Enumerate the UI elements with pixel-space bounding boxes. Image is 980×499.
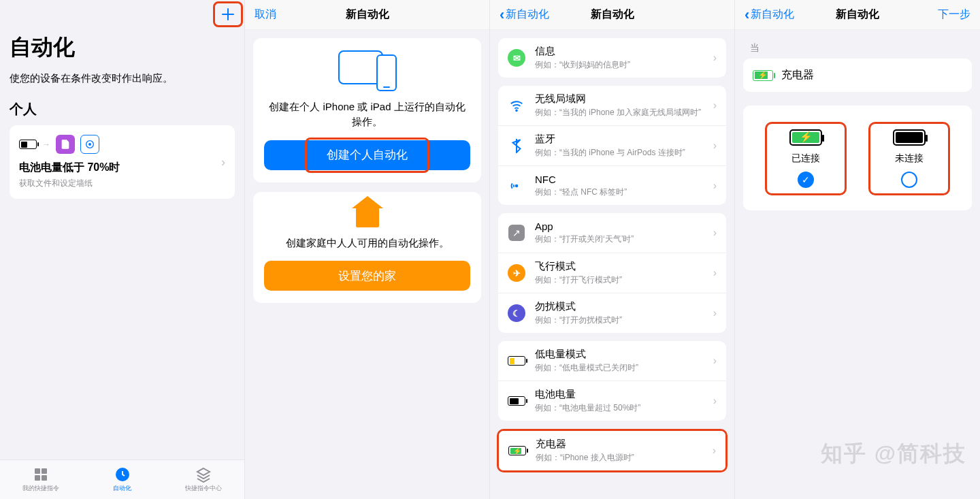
row-sub: 例如：“当我的 iPhone 与 AirPods 连接时” <box>535 147 713 159</box>
grid-icon <box>33 466 49 483</box>
next-button[interactable]: 下一步 <box>938 7 970 22</box>
add-automation-button[interactable] <box>216 4 240 25</box>
battery-icon <box>19 140 37 149</box>
option-connected[interactable]: ⚡ 已连接 ✓ <box>765 122 847 195</box>
tab-automation[interactable]: 自动化 <box>82 460 163 499</box>
home-icon <box>356 207 379 227</box>
chevron-right-icon: › <box>713 52 717 64</box>
back-button[interactable]: ‹新自动化 <box>745 7 794 22</box>
tab-label: 自动化 <box>113 484 131 493</box>
trigger-airplane[interactable]: ✈ 飞行模式例如：“打开飞行模式时” › <box>498 253 726 293</box>
chevron-right-icon: › <box>221 155 225 170</box>
chevron-right-icon: › <box>713 140 717 152</box>
option-disconnected[interactable]: 未连接 <box>868 122 950 195</box>
wallpaper-icon <box>80 135 99 154</box>
svg-point-1 <box>89 144 91 146</box>
svg-rect-2 <box>35 468 40 474</box>
page-title: 自动化 <box>10 33 235 63</box>
battery-level-icon <box>508 396 525 406</box>
screen-new-automation-type: 取消 新自动化 创建在个人 iPhone 或 iPad 上运行的自动化操作。 创… <box>245 0 490 499</box>
chevron-right-icon: › <box>713 227 717 239</box>
trigger-app[interactable]: ↗ App例如：“打开或关闭‘天气’时” › <box>498 213 726 253</box>
trigger-battery-level[interactable]: 电池电量例如：“电池电量超过 50%时” › <box>498 381 726 421</box>
automation-card[interactable]: → 电池电量低于 70%时 获取文件和设定墙纸 › <box>10 125 235 199</box>
chevron-right-icon: › <box>713 355 717 367</box>
trigger-wifi[interactable]: 无线局域网例如：“当我的 iPhone 加入家庭无线局域网时” › <box>498 86 726 125</box>
moon-icon: ☾ <box>508 304 525 322</box>
battery-full-icon <box>893 129 926 146</box>
nav-bar: ‹新自动化 新自动化 下一步 <box>735 0 980 30</box>
trigger-bluetooth[interactable]: 蓝牙例如：“当我的 iPhone 与 AirPods 连接时” › <box>498 125 726 165</box>
trigger-group-apps: ↗ App例如：“打开或关闭‘天气’时” › ✈ 飞行模式例如：“打开飞行模式时… <box>498 213 726 333</box>
charger-options: ⚡ 已连接 ✓ 未连接 <box>743 106 972 210</box>
stack-icon <box>195 466 212 483</box>
back-label: 新自动化 <box>751 7 794 22</box>
back-button[interactable]: ‹新自动化 <box>500 7 549 22</box>
row-sub: 例如：“当我的 iPhone 加入家庭无线局域网时” <box>535 107 713 118</box>
battery-connected-icon: ⚡ <box>789 129 822 146</box>
trigger-group-battery: 低电量模式例如：“低电量模式已关闭时” › 电池电量例如：“电池电量超过 50%… <box>498 341 726 421</box>
trigger-summary: ⚡ 充电器 <box>743 59 972 92</box>
automation-icons: → <box>19 135 225 154</box>
trigger-group-connectivity: 无线局域网例如：“当我的 iPhone 加入家庭无线局域网时” › 蓝牙例如：“… <box>498 86 726 205</box>
iphone-icon <box>376 54 397 91</box>
svg-rect-3 <box>42 468 47 474</box>
bluetooth-icon <box>508 137 525 155</box>
chevron-right-icon: › <box>713 445 716 457</box>
nav-title: 新自动化 <box>836 7 879 22</box>
row-title: 低电量模式 <box>535 348 713 361</box>
nav-title: 新自动化 <box>346 7 389 22</box>
tab-label: 快捷指令中心 <box>185 484 222 493</box>
setup-home-button[interactable]: 设置您的家 <box>264 261 470 291</box>
tab-gallery[interactable]: 快捷指令中心 <box>163 460 244 499</box>
tab-bar: 我的快捷指令 自动化 快捷指令中心 <box>0 460 244 499</box>
row-sub: 例如：“收到妈妈的信息时” <box>535 59 713 71</box>
section-header-personal: 个人 <box>10 100 235 118</box>
screen-trigger-list: ‹新自动化 新自动化 ✉ 信息例如：“收到妈妈的信息时” › 无线局域网例如：“ <box>490 0 735 499</box>
back-label: 新自动化 <box>506 7 549 22</box>
svg-point-7 <box>516 110 517 111</box>
row-sub: 例如：“轻点 NFC 标签时” <box>535 187 713 198</box>
tab-shortcuts[interactable]: 我的快捷指令 <box>0 460 82 499</box>
trigger-low-power[interactable]: 低电量模式例如：“低电量模式已关闭时” › <box>498 341 726 381</box>
row-sub: 例如：“打开或关闭‘天气’时” <box>535 234 713 245</box>
row-title: 飞行模式 <box>535 260 713 273</box>
cancel-button[interactable]: 取消 <box>255 7 276 22</box>
device-icon <box>264 50 470 91</box>
radio-unchecked-icon <box>901 172 917 188</box>
personal-automation-card: 创建在个人 iPhone 或 iPad 上运行的自动化操作。 创建个人自动化 <box>253 38 481 182</box>
row-sub: 例如：“电池电量超过 50%时” <box>535 402 713 414</box>
trigger-dnd[interactable]: ☾ 勿扰模式例如：“打开勿扰模式时” › <box>498 293 726 333</box>
chevron-right-icon: › <box>713 307 717 319</box>
trigger-nfc[interactable]: NFC例如：“轻点 NFC 标签时” › <box>498 165 726 205</box>
trigger-group-messages: ✉ 信息例如：“收到妈妈的信息时” › <box>498 38 726 78</box>
row-title: 勿扰模式 <box>535 300 713 313</box>
nav-title: 新自动化 <box>591 7 634 22</box>
battery-low-power-icon <box>508 356 525 366</box>
row-title: NFC <box>535 174 713 185</box>
row-title: App <box>535 221 713 232</box>
watermark: 知乎 @简科技 <box>821 439 966 469</box>
screen-charger-config: ‹新自动化 新自动化 下一步 当 ⚡ 充电器 ⚡ 已连接 ✓ 未连接 <box>735 0 980 499</box>
row-sub: 例如：“低电量模式已关闭时” <box>535 362 713 374</box>
create-personal-button[interactable]: 创建个人自动化 <box>264 140 470 170</box>
chevron-right-icon: › <box>713 395 717 407</box>
page-subtitle: 使您的设备在条件改变时作出响应。 <box>10 72 235 85</box>
chevron-left-icon: ‹ <box>500 7 504 22</box>
option-label: 未连接 <box>895 152 924 165</box>
row-title: 电池电量 <box>535 388 713 401</box>
highlight-charger: ⚡ 充电器例如：“iPhone 接入电源时” › <box>497 429 728 472</box>
battery-charging-icon: ⚡ <box>753 70 773 81</box>
screen-automation-list: 自动化 使您的设备在条件改变时作出响应。 个人 → 电池电量低于 70%时 获取… <box>0 0 245 499</box>
chevron-right-icon: › <box>713 180 717 192</box>
wifi-icon <box>508 97 525 114</box>
trigger-charger[interactable]: ⚡ 充电器例如：“iPhone 接入电源时” › <box>499 431 725 470</box>
row-sub: 例如：“打开勿扰模式时” <box>535 315 713 326</box>
svg-rect-5 <box>42 475 47 481</box>
message-icon: ✉ <box>508 49 525 67</box>
trigger-messages[interactable]: ✉ 信息例如：“收到妈妈的信息时” › <box>498 38 726 78</box>
row-sub: 例如：“打开飞行模式时” <box>535 274 713 286</box>
automation-sub: 获取文件和设定墙纸 <box>19 178 225 189</box>
radio-checked-icon: ✓ <box>798 172 814 188</box>
chevron-left-icon: ‹ <box>745 7 749 22</box>
